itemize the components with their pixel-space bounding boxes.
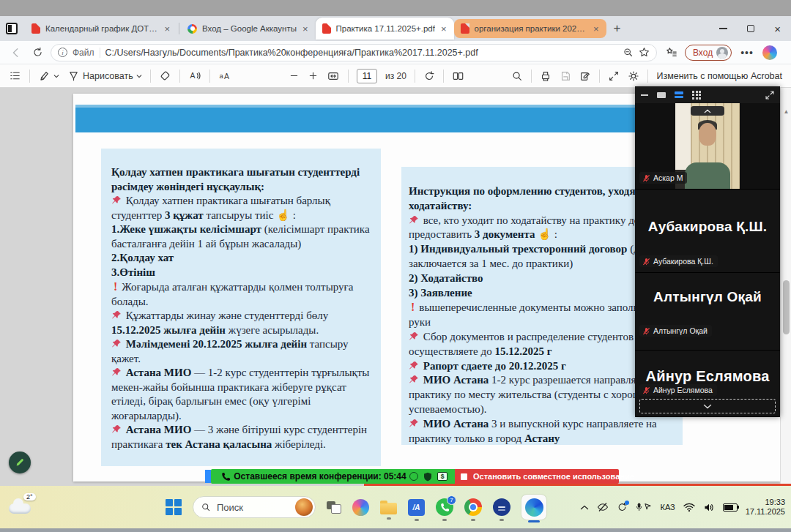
whatsapp-icon: 7 xyxy=(436,498,453,516)
page-view-icon[interactable] xyxy=(452,70,464,82)
grid-view-icon[interactable] xyxy=(692,91,701,100)
zoom-out-icon[interactable] xyxy=(289,70,300,81)
search-document-icon[interactable] xyxy=(511,70,523,82)
participant-tile[interactable]: Аубакирова Қ.Ш. Аубакирова Қ.Ш. xyxy=(635,189,780,272)
expand-panel-icon[interactable] xyxy=(765,91,774,100)
hidden-eye-icon[interactable] xyxy=(597,502,609,512)
tray-overflow-chevron[interactable] xyxy=(580,504,589,510)
save-as-icon[interactable] xyxy=(579,70,591,82)
collections-icon[interactable] xyxy=(666,47,677,59)
url-field[interactable]: i Файл C:/Users/Назгуль/Documents/Практи… xyxy=(51,44,657,61)
scrollbar-up-arrow[interactable]: ▲ xyxy=(781,108,791,115)
chrome-button[interactable] xyxy=(464,498,482,516)
rotate-icon[interactable] xyxy=(423,70,435,82)
draw-tool[interactable]: Нарисовать xyxy=(67,70,142,82)
status-circle-icon xyxy=(409,472,418,481)
participant-name-pill: Аскар М xyxy=(639,172,687,184)
maximize-button[interactable] xyxy=(747,25,754,32)
whatsapp-button[interactable]: 7 xyxy=(436,498,453,516)
settings-gear-icon[interactable] xyxy=(628,70,639,82)
app-a-button[interactable]: /A xyxy=(408,499,425,516)
fit-to-width-icon[interactable] xyxy=(327,70,340,82)
pushpin-icon xyxy=(111,339,122,349)
mic-location-tray-icons[interactable] xyxy=(636,502,652,512)
collapse-video-chevron[interactable] xyxy=(691,106,724,116)
file-explorer-button[interactable] xyxy=(380,501,397,514)
meeting-toolbar-fragment xyxy=(205,470,211,483)
page-info-icon[interactable]: i xyxy=(58,48,67,57)
tab-praktika-pdf-active[interactable]: Практика 17.11.2025+.pdf × xyxy=(316,18,454,40)
highlight-tool[interactable] xyxy=(38,70,59,82)
copilot-icon[interactable] xyxy=(762,45,777,60)
scrollbar-thumb[interactable] xyxy=(783,280,790,334)
draw-label: Нарисовать xyxy=(83,71,133,81)
close-tab-icon[interactable]: × xyxy=(163,24,171,34)
temperature-badge: 2° xyxy=(23,493,36,501)
tab-title: организация практики 2025-202 xyxy=(475,24,587,33)
tab-google-signin[interactable]: Вход – Google Аккаунты × xyxy=(181,19,316,38)
pushpin-icon xyxy=(111,367,122,378)
read-aloud-icon[interactable]: A xyxy=(188,70,201,82)
pushpin-icon xyxy=(111,424,122,435)
translate-icon[interactable]: aA xyxy=(218,70,231,82)
screen-bottom-edge xyxy=(0,528,791,532)
page-number-input[interactable] xyxy=(357,69,377,83)
tab-organizaciya-praktiki[interactable]: организация практики 2025-202 × xyxy=(454,19,606,38)
wifi-icon[interactable] xyxy=(683,503,695,512)
browser-menu-icon[interactable]: ••• xyxy=(740,47,754,59)
taskbar-search[interactable]: Поиск xyxy=(193,496,316,518)
sync-tray-icon[interactable] xyxy=(617,502,628,512)
close-window-button[interactable]: × xyxy=(774,23,781,34)
stop-sharing-button[interactable]: Остановить совместное использование xyxy=(455,469,619,484)
print-icon[interactable] xyxy=(540,70,552,82)
copilot-icon xyxy=(352,499,369,516)
start-button[interactable] xyxy=(166,499,182,515)
url-scheme-label: Файл xyxy=(73,48,94,58)
clock[interactable]: 19:33 17.11.2025 xyxy=(746,498,785,517)
pdf-scrollbar[interactable]: ▲ xyxy=(780,88,791,487)
edge-button[interactable] xyxy=(521,495,546,520)
video-tile-askar[interactable]: Аскар М xyxy=(635,103,780,189)
signin-button[interactable]: Вход xyxy=(685,45,732,61)
close-tab-icon[interactable]: × xyxy=(440,24,448,34)
annotate-pen-fab[interactable] xyxy=(9,452,31,473)
show-more-participants-button[interactable] xyxy=(639,399,776,413)
zoom-out-page-icon[interactable] xyxy=(623,47,634,58)
battery-icon[interactable] xyxy=(723,503,738,512)
speaker-view-icon[interactable] xyxy=(657,92,666,98)
mic-muted-icon xyxy=(642,327,650,335)
keyboard-language[interactable]: КАЗ xyxy=(660,503,675,512)
volume-icon[interactable] xyxy=(703,503,715,512)
favorites-star-icon[interactable] xyxy=(639,47,650,58)
fullscreen-icon[interactable] xyxy=(608,70,620,82)
acrobat-button[interactable]: Изменить с помощью Acrobat xyxy=(656,71,782,81)
pen-icon xyxy=(67,70,80,82)
minimize-button[interactable] xyxy=(719,28,727,29)
participant-tile[interactable]: Айнур Еслямова Айнур Еслямова xyxy=(635,350,780,416)
panel-minimize-icon[interactable] xyxy=(641,94,648,96)
notification-badge: 7 xyxy=(447,495,456,505)
edge-icon xyxy=(525,498,543,517)
tab-calendar-pdf[interactable]: Календарный график ДОТ 2025- × xyxy=(25,19,177,38)
task-view-button[interactable] xyxy=(327,501,341,514)
toc-icon[interactable] xyxy=(9,70,21,82)
zoom-in-icon[interactable] xyxy=(308,70,319,81)
copilot-taskbar-button[interactable] xyxy=(352,499,369,516)
google-favicon xyxy=(187,24,197,34)
save-icon[interactable] xyxy=(560,70,571,82)
close-tab-icon[interactable]: × xyxy=(302,24,309,34)
tab-title: Вход – Google Аккаунты xyxy=(202,24,297,33)
participant-tile[interactable]: Алтынгүл Оқай Алтынгүл Оқай xyxy=(635,272,780,350)
weather-widget[interactable]: 2° xyxy=(7,493,41,521)
gallery-view-icon[interactable] xyxy=(675,91,683,98)
pointing-hand-icon: ☝ xyxy=(538,228,552,240)
blue-circle-app-button[interactable] xyxy=(493,498,510,516)
search-placeholder: Поиск xyxy=(217,502,289,513)
eraser-icon[interactable] xyxy=(159,70,171,82)
window-controls: × xyxy=(719,16,781,41)
windows-logo-icon xyxy=(166,499,182,515)
back-icon[interactable] xyxy=(10,47,22,59)
new-tab-button[interactable]: + xyxy=(606,21,628,36)
close-tab-icon[interactable]: × xyxy=(593,24,600,34)
refresh-icon[interactable] xyxy=(32,47,43,58)
